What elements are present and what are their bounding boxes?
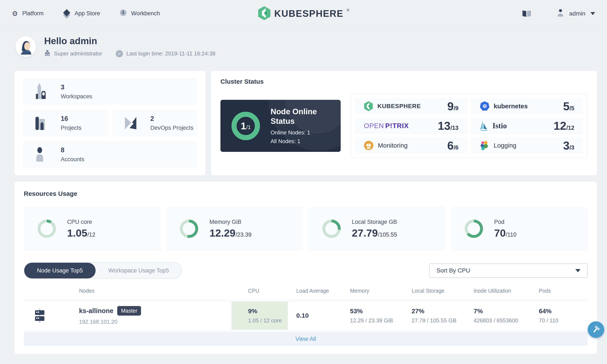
openpitrix-logo: OPENP!TRIX bbox=[364, 122, 409, 130]
view-all-button[interactable]: View All bbox=[24, 332, 588, 346]
stat-workspaces[interactable]: 3 Workspaces bbox=[23, 78, 197, 105]
last-login-label: Last login time: 2019-11-11 16:24:38 bbox=[126, 50, 216, 57]
component-name: Monitoring bbox=[378, 142, 408, 149]
component-total: /9 bbox=[454, 105, 459, 112]
user-menu[interactable]: admin bbox=[557, 9, 595, 18]
table-row[interactable]: ks-allinone Master 192.168.101.20 9% 1.0… bbox=[24, 301, 588, 330]
chevron-down-icon bbox=[575, 269, 581, 272]
stat-accounts[interactable]: 8 Accounts bbox=[23, 141, 197, 168]
accounts-count: 8 bbox=[61, 146, 84, 154]
accounts-icon bbox=[33, 147, 49, 162]
toolbox-fab[interactable] bbox=[588, 321, 604, 338]
component-name: OPEN bbox=[364, 122, 384, 130]
resources-usage-title: Resources Usage bbox=[24, 190, 588, 197]
login-check-icon: ✓ bbox=[116, 50, 123, 57]
component-openpitrix[interactable]: OPENP!TRIX 13/13 bbox=[355, 118, 467, 134]
nav-workbench-label: Workbench bbox=[131, 10, 160, 17]
stat-devops[interactable]: 2 DevOps Projects bbox=[113, 110, 197, 136]
appstore-icon bbox=[63, 10, 70, 17]
tab-node-usage-top5[interactable]: Node Usage Top5 bbox=[24, 263, 96, 278]
user-role: Super administrator bbox=[44, 50, 102, 58]
usage-memory[interactable]: Memory GiB 12.29/23.39 bbox=[166, 207, 303, 251]
tab-workspace-usage-top5[interactable]: Workspace Usage Top5 bbox=[96, 263, 182, 278]
sort-by-value: Sort By CPU bbox=[437, 267, 470, 274]
component-name: Logging bbox=[494, 142, 517, 149]
role-icon bbox=[44, 50, 51, 58]
role-label: Super administrator bbox=[54, 50, 102, 57]
node-status-title: Node Online Status bbox=[271, 107, 334, 126]
total-node-count: /1 bbox=[246, 124, 251, 130]
storage-percent: 27% bbox=[412, 308, 424, 314]
avatar bbox=[15, 36, 36, 57]
last-login: ✓ Last login time: 2019-11-11 16:24:38 bbox=[116, 50, 216, 57]
components-panel: KUBESPHERE 9/9 ☸ kubernetes 5/5 OPEN bbox=[350, 94, 588, 158]
accounts-label: Accounts bbox=[61, 156, 84, 163]
nav-platform-label: Platform bbox=[22, 10, 44, 17]
greeting-banner: Hello admin Super administrator ✓ Last l… bbox=[15, 36, 607, 58]
inode-cell: 7% 426803 / 6553600 bbox=[463, 308, 527, 324]
usage-label: CPU core bbox=[67, 219, 95, 225]
component-kubesphere[interactable]: KUBESPHERE 9/9 bbox=[355, 98, 467, 114]
usage-total: /23.39 bbox=[235, 232, 251, 238]
istio-icon bbox=[480, 120, 488, 131]
pods-donut bbox=[464, 219, 484, 238]
usage-cpu[interactable]: CPU core 1.05/12 bbox=[24, 207, 161, 251]
online-node-count: 1 bbox=[241, 120, 246, 132]
component-kubernetes[interactable]: ☸ kubernetes 5/5 bbox=[471, 98, 583, 114]
logging-icon bbox=[480, 141, 490, 150]
usage-label: Local Storage GB bbox=[352, 219, 397, 225]
component-name: KUBESPHERE bbox=[377, 103, 421, 110]
usage-total: /12 bbox=[87, 232, 95, 238]
docs-icon[interactable] bbox=[522, 10, 531, 17]
storage-cell: 27% 27.79 / 105.55 GB bbox=[401, 308, 463, 324]
projects-count: 16 bbox=[61, 115, 82, 123]
usage-value: 1.05 bbox=[67, 227, 87, 239]
nav-platform[interactable]: ⚙ Platform bbox=[12, 10, 44, 18]
svg-text:☸: ☸ bbox=[482, 103, 487, 109]
inode-detail: 426803 / 6553600 bbox=[474, 317, 527, 324]
memory-cell: 53% 12.29 / 23.39 GiB bbox=[340, 308, 401, 324]
usage-tabs: Node Usage Top5 Workspace Usage Top5 bbox=[24, 262, 182, 279]
devops-label: DevOps Projects bbox=[150, 125, 194, 131]
component-count: 13 bbox=[438, 119, 451, 132]
online-nodes-line: Online Nodes: 1 bbox=[271, 129, 334, 136]
prometheus-icon bbox=[364, 141, 374, 150]
nav-workbench[interactable]: Workbench bbox=[120, 9, 160, 18]
usage-label: Memory GiB bbox=[209, 219, 251, 225]
kubesphere-logo[interactable]: KUBESPHERE ® bbox=[258, 6, 349, 21]
gear-icon: ⚙ bbox=[12, 10, 18, 18]
table-header: Nodes CPU Load Average Memory Local Stor… bbox=[24, 288, 588, 299]
node-usage-table: Nodes CPU Load Average Memory Local Stor… bbox=[24, 288, 588, 346]
kubernetes-icon: ☸ bbox=[480, 101, 490, 111]
usage-storage[interactable]: Local Storage GB 27.79/105.55 bbox=[309, 207, 445, 251]
node-online-status-card[interactable]: 1 /1 Node Online Status Online Nodes: 1 … bbox=[220, 100, 341, 152]
node-status-ring: 1 /1 bbox=[230, 110, 262, 142]
memory-detail: 12.29 / 23.39 GiB bbox=[350, 317, 401, 324]
devops-count: 2 bbox=[150, 115, 194, 123]
stat-projects[interactable]: 16 Projects bbox=[23, 110, 107, 136]
component-count: 9 bbox=[447, 100, 454, 113]
pods-percent: 64% bbox=[539, 308, 552, 314]
component-count: 5 bbox=[563, 100, 569, 113]
component-monitoring[interactable]: Monitoring 6/6 bbox=[355, 137, 467, 154]
col-pods: Pods bbox=[527, 288, 588, 294]
component-count: 12 bbox=[554, 119, 566, 132]
nav-app-store[interactable]: App Store bbox=[63, 10, 100, 17]
master-badge: Master bbox=[117, 306, 141, 316]
node-ip: 192.168.101.20 bbox=[79, 319, 232, 325]
component-istio[interactable]: Istio 12/12 bbox=[471, 118, 583, 134]
usage-pods[interactable]: Pod 70/110 bbox=[451, 207, 588, 251]
col-nodes: Nodes bbox=[56, 288, 232, 294]
component-count: 6 bbox=[447, 139, 454, 152]
component-logging[interactable]: Logging 3/3 bbox=[471, 137, 583, 154]
node-name[interactable]: ks-allinone bbox=[79, 307, 113, 315]
load-average-value: 0.10 bbox=[288, 312, 340, 319]
devops-icon bbox=[122, 116, 139, 130]
sort-by-select[interactable]: Sort By CPU bbox=[429, 263, 588, 278]
col-local-storage: Local Storage bbox=[401, 288, 463, 294]
workbench-icon bbox=[120, 9, 127, 18]
component-name: Istio bbox=[492, 121, 507, 130]
projects-icon bbox=[33, 116, 49, 130]
top-nav: ⚙ Platform App Store Workbench KUBESPHER bbox=[0, 0, 607, 27]
col-memory: Memory bbox=[340, 288, 401, 294]
